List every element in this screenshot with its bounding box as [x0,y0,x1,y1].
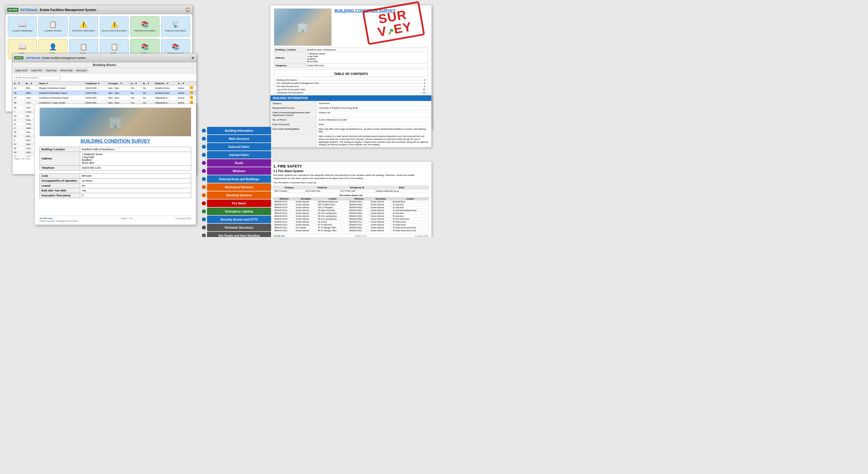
books-action-toolbar: Export SCDF Export PDF Export Row Refres… [12,68,196,73]
col-b2[interactable]: B... ▼ [142,82,154,86]
menu-bar-0[interactable]: Building Information [207,127,271,134]
col-a[interactable]: A... ▼ [129,82,142,86]
resp-label: Responsible Person [271,106,317,110]
cell-edit [189,86,196,91]
export-scdf-btn[interactable]: Export SCDF [14,69,29,72]
cell-name: Bingley Distribution Depot [38,86,84,91]
tile-antenna[interactable]: 📡 Antenna Information [161,17,190,37]
menu-item[interactable]: Main Structure [202,135,271,143]
export-pdf-btn[interactable]: Export PDF [30,69,43,72]
fire-col-email: Email [375,186,429,189]
menu-item[interactable]: External Areas and Buildings [202,175,271,183]
cell-dist: Bradford Area [154,91,177,95]
building-survey-icon: 📚 [172,43,179,51]
toc-title: TABLE OF CONTENTS [277,72,425,77]
menu-bar-1[interactable]: Main Structure [207,135,271,143]
refresh-btn[interactable]: Refresh Data [59,69,74,72]
menu-item[interactable]: Mechanical Services [202,183,271,191]
asset-row: BRA040-F0511Smoke Detector4R CF Manager … [274,229,429,232]
col-dist[interactable]: District/... ▼ [154,82,177,86]
menu-item[interactable]: Internal Fabric [202,151,271,159]
asset-col-ref1: Reference [274,197,295,200]
col-stat[interactable]: S... ▼ [177,82,189,86]
occupation-value: 24 Hours [80,179,191,183]
tile-service-duct-label: Service Duct Information [101,29,127,32]
tile-location-areas[interactable]: 📋 Location (Areas) [38,17,67,37]
cell-occ: 9am - 5pm [107,95,129,100]
table-row[interactable]: 45 CAS... Castleford Distribution Depot … [13,95,196,100]
menu-item[interactable]: Electrical Services [202,191,271,199]
app-titlebar: SOTER SOTERweb : Estate Facilities Manag… [5,5,192,14]
cell-occ: 9am - 5pm [107,86,129,91]
cell-a: No [129,91,142,95]
menu-item[interactable]: Windows [202,167,271,175]
menu-dot-5 [202,169,206,173]
menu-dot-7 [202,185,206,189]
books-title-sub: : Estate Facilities Management System [41,57,86,59]
asset-col-desc1: Description [295,197,317,200]
export-row-btn[interactable]: Export Row [44,69,58,72]
menu-bar-5[interactable]: Windows [207,167,271,175]
menu-item[interactable]: Fire Alarm [202,199,271,207]
menu-bar-10[interactable]: Emergency Lighting [207,208,271,215]
col-occ[interactable]: Occupat... ▼ [107,82,129,86]
menu-bar-9[interactable]: Fire Alarm [207,199,271,207]
tile-plantroom-label: Plantroom Information [72,29,95,32]
asset-row: BRA040-F0151Smoke Detector2R 3f Ac Landi… [274,215,429,217]
app-title-web: SOTERweb [20,8,37,11]
location-buildings-icon: 📖 [19,21,26,28]
cell-name: Bradford Distribution Depot [38,91,84,95]
fire-company-emtel: 03773 695 1489 [340,189,375,193]
table-row[interactable]: 20 BIN... Bingley Distribution Depot 034… [13,86,196,91]
menu-item[interactable]: Perimeter Structures [202,224,271,231]
menu-dot-13 [202,233,206,237]
books-close-icon[interactable]: ✕ [191,56,195,60]
menu-bar-13[interactable]: Site Roads and Hard Standing [207,232,271,237]
cell-edit [189,95,196,100]
cell-s: 57 [13,143,25,147]
home-icon[interactable]: 🏠 [185,7,191,12]
menu-item[interactable]: Site Roads and Hard Standing [202,232,271,237]
col-b[interactable]: B... ▼ [25,82,38,86]
menu-dot-10 [202,209,206,213]
cell-tel: 03433 695 ... [84,91,107,95]
menu-bar-11[interactable]: Security, Access and CCTV [207,216,271,223]
col-tel[interactable]: Telephone ▼ [84,82,107,86]
plantroom-icon: ⚠️ [80,21,87,28]
menu-bar-4[interactable]: Roofs [207,159,271,167]
search-input[interactable] [14,75,60,80]
toc-page: 23 [423,88,425,91]
menu-bar-8[interactable]: Electrical Services [207,191,271,199]
col-s[interactable]: S... ▼ [13,82,25,86]
location-label: Building / Location [40,147,80,152]
toc-dots [298,79,423,81]
menu-bar-2[interactable]: External Fabric [207,143,271,151]
menu-item[interactable]: Security, Access and CCTV [202,216,271,223]
exit-btn[interactable]: Exit Screen [75,69,88,72]
tile-location-buildings-label: Location (Buildings) [12,29,32,32]
fire-footer-soter: SOTER web [273,235,285,237]
service-duct-icon: ⚠️ [111,21,118,28]
tile-service-duct[interactable]: ⚠️ Service Duct Information [100,17,129,37]
tile-flat-roof[interactable]: 📚 Flat Roof Information [130,17,159,37]
tile-location-buildings[interactable]: 📖 Location (Buildings) [8,17,37,37]
fire-footer-web: web [281,235,285,237]
toc-dots [307,88,422,90]
table-row[interactable]: 18 BRA... Bradford Distribution Depot 03… [13,91,196,95]
menu-item[interactable]: Roofs [202,159,271,167]
col-name[interactable]: Name ▼ [38,82,84,86]
menu-item[interactable]: Emergency Lighting [202,208,271,215]
fire-service-note: The Fire Alarm is serviced twice a year … [273,181,429,184]
menu-bar-7[interactable]: Mechanical Services [207,183,271,191]
fire-footer-date: 12 August 2021 [414,235,429,237]
toc-row: Unwanted Fire Activations 23 [277,91,425,94]
menu-bar-12[interactable]: Perimeter Structures [207,224,271,231]
menu-bar-3[interactable]: Internal Fabric [207,151,271,159]
menu-bar-6[interactable]: External Areas and Buildings [207,175,271,183]
menu-item[interactable]: Building Information [202,127,271,134]
tile-plantroom[interactable]: ⚠️ Plantroom Information [69,17,98,37]
menu-item[interactable]: External Fabric [202,143,271,151]
menu-dot-1 [202,137,206,141]
stamp-text: SURV↗EY [375,7,413,38]
cell-b2: No [142,91,154,95]
